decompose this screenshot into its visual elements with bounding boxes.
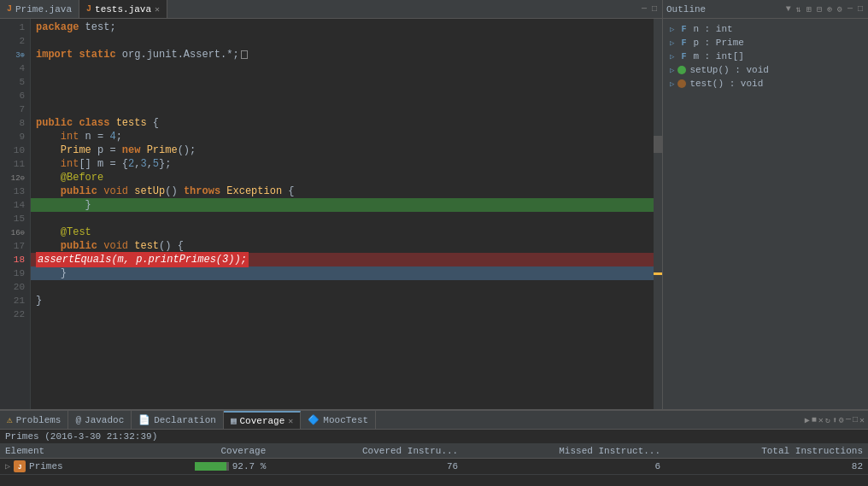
bottom-tab-mooctest[interactable]: 🔷 MoocTest: [301, 411, 376, 429]
coverage-maximize-button[interactable]: □: [853, 415, 858, 425]
outline-header: Outline ▼ ⇅ ⊞ ⊟ ⊕ ⚙ ─ □: [663, 0, 868, 19]
line-num-22: 22: [0, 307, 25, 321]
outline-collapse-btn[interactable]: ▼: [784, 4, 793, 15]
coverage-clear-button[interactable]: ✕: [818, 415, 824, 425]
scroll-marker-error: [654, 272, 662, 275]
assert-equals-call: assertEquals(m, p.printPrimes(3));: [36, 252, 249, 267]
kw-static: static: [79, 48, 115, 61]
code-line-10: Prime p = new Prime();: [31, 143, 662, 157]
outline-label-n: n : int: [693, 24, 732, 34]
col-missed: Missed Instruct...: [463, 444, 666, 459]
line-num-16: 16⊖: [0, 225, 25, 239]
scroll-thumb[interactable]: [654, 136, 662, 153]
code-line-22: [31, 307, 662, 321]
kw-import: import: [36, 48, 73, 61]
outline-filter-btn[interactable]: ⊞: [805, 4, 813, 15]
outline-label-setup: setUp() : void: [689, 65, 768, 75]
outline-link-btn[interactable]: ⊕: [825, 4, 834, 15]
kw-throws: throws: [184, 184, 220, 198]
outline-item-test[interactable]: ▷ test() : void: [663, 77, 868, 91]
bottom-panel: ⚠ Problems @ Javadoc 📄 Declaration ▦ Cov…: [0, 409, 868, 486]
outline-method-icon-setup: [677, 66, 686, 74]
outline-item-p[interactable]: ▷ F p : Prime: [663, 36, 868, 50]
num-5: 5: [153, 157, 159, 171]
bottom-tab-declaration[interactable]: 📄 Declaration: [132, 411, 224, 429]
code-line-17: public void test() {: [31, 239, 662, 253]
kw-int-9: int: [61, 130, 79, 143]
line-numbers: 1 2 3⊕ 4 5 6 7 8 9 10 11 12⊖ 13 14 15 16…: [0, 19, 31, 409]
code-line-16: @Test: [31, 225, 662, 239]
coverage-run-button[interactable]: ▶: [805, 415, 810, 425]
bottom-tab-javadoc[interactable]: @ Javadoc: [68, 411, 132, 429]
outline-minimize-btn[interactable]: ─: [846, 4, 854, 15]
bottom-tab-problems[interactable]: ⚠ Problems: [0, 411, 68, 429]
ann-before: @Before: [61, 171, 103, 184]
bottom-tab-declaration-label: Declaration: [154, 415, 216, 425]
code-line-15: [31, 212, 662, 225]
code-line-21: }: [31, 294, 662, 307]
outline-arrow-p: ▷: [670, 38, 674, 48]
cls-prime-10: Prime: [61, 143, 91, 157]
maximize-editor-button[interactable]: □: [650, 4, 659, 14]
line-num-20: 20: [0, 280, 25, 294]
editor-content: 1 2 3⊕ 4 5 6 7 8 9 10 11 12⊖ 13 14 15 16…: [0, 19, 662, 409]
kw-void-17: void: [103, 239, 128, 253]
bottom-tab-coverage[interactable]: ▦ Coverage ✕: [224, 411, 301, 429]
code-line-8: public class tests {: [31, 116, 662, 130]
cls-prime-new: Prime: [147, 143, 178, 157]
coverage-refresh-button[interactable]: ↻: [825, 415, 830, 425]
tab-bar: J Prime.java J tests.java ✕ ─ □: [0, 0, 662, 19]
tab-prime-java[interactable]: J Prime.java: [0, 0, 79, 18]
scroll-track[interactable]: [654, 19, 662, 409]
coverage-icon: ▦: [231, 415, 237, 426]
coverage-export-button[interactable]: ⬆: [832, 415, 837, 425]
minimize-editor-button[interactable]: ─: [640, 4, 648, 14]
outline-item-setup[interactable]: ▷ setUp() : void: [663, 63, 868, 77]
editor-panel: J Prime.java J tests.java ✕ ─ □ 1 2 3⊕ 4…: [0, 0, 663, 409]
code-line-12: @Before: [31, 171, 662, 184]
outline-title: Outline: [666, 4, 784, 15]
kw-class: class: [79, 116, 109, 130]
row-missed-primes: 6: [463, 459, 666, 475]
bottom-tab-coverage-label: Coverage: [240, 416, 285, 426]
tab-tests-java[interactable]: J tests.java ✕: [79, 0, 167, 18]
bottom-tab-javadoc-label: Javadoc: [85, 415, 124, 425]
kw-package: package: [36, 20, 79, 34]
code-line-13: public void setUp() throws Exception {: [31, 184, 662, 198]
outline-sort-btn[interactable]: ⇅: [795, 4, 803, 15]
coverage-minimize-button[interactable]: ─: [846, 415, 851, 425]
outline-arrow-n: ▷: [670, 25, 674, 34]
line-num-15: 15: [0, 212, 25, 225]
tree-expand-icon: ▷: [5, 461, 10, 471]
ann-test: @Test: [61, 225, 91, 239]
cls-tests: tests: [116, 116, 147, 130]
outline-hide-btn[interactable]: ⊟: [815, 4, 824, 15]
outline-item-n[interactable]: ▷ F n : int: [663, 22, 868, 36]
coverage-close-button[interactable]: ✕: [859, 415, 865, 425]
outline-label-test: test() : void: [689, 79, 763, 89]
row-covered-primes: 76: [271, 459, 463, 475]
outline-label-m: m : int[]: [693, 51, 743, 61]
coverage-settings-button[interactable]: ⚙: [839, 415, 844, 425]
outline-method-icon-test: [677, 79, 686, 88]
import-box: [241, 50, 248, 59]
code-area[interactable]: package test; import static org.junit.As…: [31, 19, 662, 409]
kw-public-17: public: [61, 239, 97, 253]
outline-arrow-m: ▷: [670, 52, 674, 61]
outline-maximize-btn[interactable]: □: [856, 4, 865, 15]
col-coverage: Coverage: [123, 444, 271, 459]
tab-tests-java-close[interactable]: ✕: [155, 4, 160, 15]
outline-settings-btn[interactable]: ⚙: [836, 4, 844, 15]
outline-item-m[interactable]: ▷ F m : int[]: [663, 50, 868, 63]
coverage-tab-close[interactable]: ✕: [288, 416, 293, 426]
coverage-row-primes[interactable]: ▷ J Primes 92.7 % 76: [0, 459, 868, 475]
bottom-tab-bar: ⚠ Problems @ Javadoc 📄 Declaration ▦ Cov…: [0, 411, 868, 430]
coverage-progress-bar: [195, 462, 229, 471]
kw-new-10: new: [122, 143, 141, 157]
code-line-7: [31, 102, 662, 116]
coverage-table-header: Element Coverage Covered Instru... Misse…: [0, 444, 868, 459]
line-num-9: 9: [0, 130, 25, 143]
coverage-stop-button[interactable]: ■: [812, 415, 817, 425]
main-area: J Prime.java J tests.java ✕ ─ □ 1 2 3⊕ 4…: [0, 0, 868, 409]
primes-label: Primes: [29, 461, 63, 471]
